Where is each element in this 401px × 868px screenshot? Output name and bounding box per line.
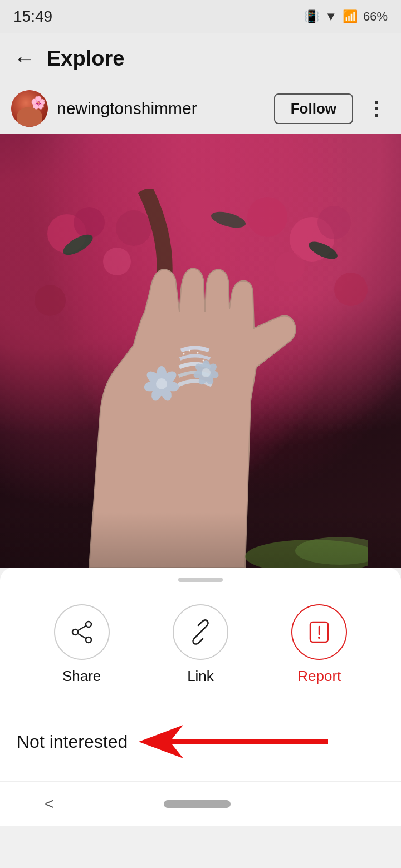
image-gradient-overlay: [0, 512, 401, 568]
svg-point-33: [189, 350, 190, 352]
bottom-sheet: Share Link Report: [0, 568, 401, 781]
header: ← Explore: [0, 33, 401, 83]
svg-line-43: [197, 628, 204, 636]
svg-point-35: [203, 360, 204, 362]
svg-point-31: [202, 368, 211, 377]
link-icon: [187, 619, 214, 645]
home-pill[interactable]: [164, 800, 231, 808]
svg-point-40: [72, 629, 78, 635]
report-circle: [291, 604, 347, 660]
home-nav-bar: <: [0, 781, 401, 826]
nav-back-button[interactable]: <: [45, 795, 53, 813]
report-action[interactable]: Report: [291, 604, 347, 685]
username-label[interactable]: newingtonshimmer: [57, 99, 265, 118]
status-icons: 📳 ▼ 📶 66%: [304, 9, 388, 24]
status-time: 15:49: [13, 8, 52, 26]
report-icon: [306, 619, 332, 645]
sheet-handle: [0, 568, 401, 588]
battery-indicator: 66%: [363, 9, 388, 24]
not-interested-label: Not interested: [17, 732, 128, 752]
back-button[interactable]: ←: [13, 47, 36, 70]
svg-point-5: [116, 210, 151, 246]
follow-button[interactable]: Follow: [274, 93, 353, 124]
report-label: Report: [297, 668, 341, 685]
link-circle: [173, 604, 228, 660]
svg-point-38: [86, 622, 91, 627]
svg-point-39: [86, 637, 91, 643]
svg-point-46: [318, 637, 320, 639]
share-label: Share: [62, 668, 101, 685]
action-row: Share Link Report: [0, 588, 401, 702]
svg-line-41: [77, 626, 86, 631]
signal-icon: 📶: [343, 9, 358, 24]
post-image: [0, 134, 401, 568]
wifi-icon: ▼: [325, 9, 337, 24]
page-title: Explore: [47, 47, 124, 71]
not-interested-row[interactable]: Not interested: [0, 702, 401, 781]
svg-point-34: [197, 352, 199, 354]
share-circle: [54, 604, 110, 660]
arrow-svg: [139, 722, 328, 761]
svg-point-4: [179, 190, 222, 233]
red-arrow-indicator: [139, 722, 384, 761]
avatar[interactable]: [11, 90, 48, 127]
post-image-hand: [33, 189, 368, 568]
user-row: newingtonshimmer Follow ⋮: [0, 83, 401, 134]
link-action[interactable]: Link: [173, 604, 228, 685]
handle-bar: [178, 578, 223, 582]
share-action[interactable]: Share: [54, 604, 110, 685]
svg-point-8: [334, 273, 368, 306]
svg-line-42: [77, 634, 86, 639]
svg-point-3: [317, 206, 351, 239]
vibrate-icon: 📳: [304, 9, 319, 24]
svg-point-1: [74, 207, 105, 238]
svg-point-22: [156, 378, 167, 389]
link-label: Link: [187, 668, 214, 685]
svg-point-6: [247, 197, 287, 237]
svg-point-7: [35, 285, 66, 316]
status-bar: 15:49 📳 ▼ 📶 66%: [0, 0, 401, 33]
svg-point-9: [103, 248, 131, 275]
svg-point-32: [183, 353, 185, 355]
share-icon: [69, 619, 95, 645]
svg-point-10: [275, 252, 305, 282]
more-options-button[interactable]: ⋮: [362, 97, 390, 120]
svg-marker-47: [139, 725, 328, 758]
